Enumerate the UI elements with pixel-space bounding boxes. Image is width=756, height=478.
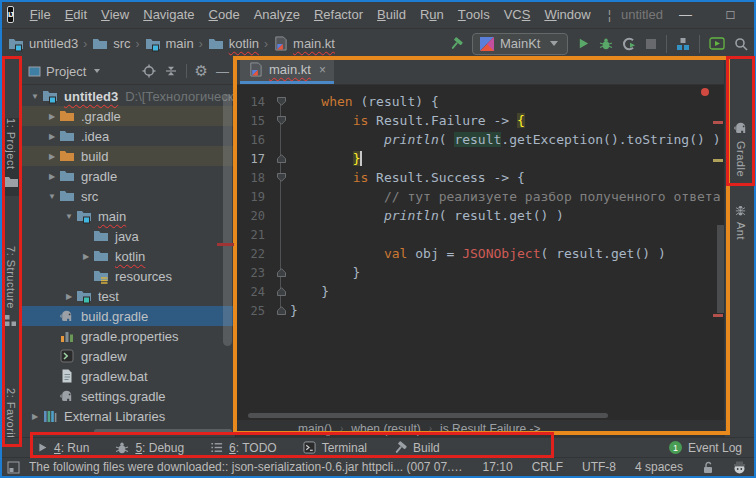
hscroll-thumb[interactable] [248, 413, 608, 418]
editor-vscrollbar[interactable] [717, 225, 724, 313]
tree-item-gradlew[interactable]: gradlew [22, 346, 235, 366]
tool-button--todo[interactable]: 6: TODO [210, 441, 277, 455]
debug-button[interactable] [599, 37, 613, 51]
status-item[interactable]: 4 spaces [635, 460, 683, 474]
expanded-arrow-icon[interactable]: ▼ [62, 212, 76, 221]
breadcrumb-untitled3[interactable]: untitled3 [8, 36, 78, 52]
menu-refactor[interactable]: Refactor [307, 0, 370, 28]
code-line-20[interactable]: 20 println( result.get() ) [236, 206, 724, 225]
search-button[interactable] [734, 37, 748, 51]
breadcrumb-main.kt[interactable]: main.kt [273, 36, 335, 51]
project-view-title[interactable]: Project [46, 64, 86, 79]
tree-item-src[interactable]: ▼src [22, 186, 235, 206]
status-item[interactable]: UTF-8 [582, 460, 616, 474]
error-stripe-mark[interactable] [713, 314, 723, 317]
fold-marker-icon[interactable] [277, 265, 286, 280]
code-line-24[interactable]: 24 } [236, 282, 724, 301]
minimize-button[interactable]: — [663, 0, 708, 28]
tree-item-gradle[interactable]: ▶gradle [22, 166, 235, 186]
tree-item-External Libraries[interactable]: ▶External Libraries [22, 406, 235, 426]
code-line-22[interactable]: 22 val obj = JSONObject( result.get() ) [236, 244, 724, 263]
menu-navigate[interactable]: Navigate [136, 0, 201, 28]
tool-button-ant[interactable]: Ant [725, 204, 756, 256]
menu-run[interactable]: Run [413, 0, 451, 28]
breadcrumb-main[interactable]: main [145, 36, 194, 52]
minus-button[interactable]: — [216, 65, 229, 78]
editor-crumb[interactable]: is Result.Failure -> [440, 422, 540, 436]
menu-code[interactable]: Code [202, 0, 247, 28]
tree-item-kotlin[interactable]: ▶kotlin [22, 246, 235, 266]
collapsed-arrow-icon[interactable]: ▶ [45, 172, 59, 181]
menu-window[interactable]: Window [537, 0, 597, 28]
run-button[interactable] [577, 37, 590, 50]
fold-marker-icon[interactable] [277, 303, 286, 318]
tree-item-.idea[interactable]: ▶.idea [22, 126, 235, 146]
pstruct-button[interactable] [676, 37, 690, 51]
hammer-green-button[interactable] [449, 37, 463, 51]
tree-item-untitled3[interactable]: ▼untitled3D:\[Технологический [22, 86, 235, 106]
stop-button[interactable] [645, 38, 657, 50]
event-log-button[interactable]: 1 Event Log [669, 441, 742, 455]
breadcrumb-kotlin[interactable]: kotlin [208, 36, 259, 52]
project-hscrollbar[interactable] [94, 429, 232, 434]
tool-button-build[interactable]: Build [393, 441, 440, 455]
locate-button[interactable] [142, 64, 156, 78]
lock-icon[interactable] [702, 461, 714, 474]
tool-button--run[interactable]: 4: Run [37, 441, 89, 455]
code-line-19[interactable]: 19 // тут реализуете разбор полученного … [236, 187, 724, 206]
collapsed-arrow-icon[interactable]: ▶ [45, 112, 59, 121]
menu-vcs[interactable]: VCS [497, 0, 538, 28]
tool-button--structure[interactable]: 7: Structure [0, 246, 21, 338]
tool-button-gradle[interactable]: Gradle [725, 120, 756, 196]
fold-marker-icon[interactable] [277, 94, 286, 109]
tree-item-gradle.properties[interactable]: gradle.properties [22, 326, 235, 346]
code-line-21[interactable]: 21 [236, 225, 724, 244]
editor-hscrollbar[interactable] [236, 411, 724, 420]
collapsed-arrow-icon[interactable]: ▶ [28, 412, 42, 421]
code-line-16[interactable]: 16 println( result.getException().toStri… [236, 130, 724, 149]
status-item[interactable]: CRLF [532, 460, 563, 474]
menu-build[interactable]: Build [370, 0, 413, 28]
tool-button-terminal[interactable]: Terminal [303, 441, 367, 455]
expanded-arrow-icon[interactable]: ▼ [45, 192, 59, 201]
tree-item-test[interactable]: ▶test [22, 286, 235, 306]
editor-crumb[interactable]: main() [298, 422, 332, 436]
tool-button--debug[interactable]: 5: Debug [115, 441, 184, 455]
menu-view[interactable]: View [94, 0, 136, 28]
menu-edit[interactable]: Edit [58, 0, 94, 28]
editor-crumb[interactable]: when (result) [351, 422, 420, 436]
close-icon[interactable]: × [319, 63, 326, 77]
code-line-15[interactable]: 15 is Result.Failure -> { [236, 111, 724, 130]
status-message[interactable]: The following files were downloaded:: js… [29, 460, 467, 474]
tool-button--project[interactable]: 1: Project [0, 118, 21, 196]
expanded-arrow-icon[interactable]: ▼ [28, 92, 42, 101]
collapsed-arrow-icon[interactable]: ▶ [79, 252, 93, 261]
code-line-18[interactable]: 18 is Result.Success -> { [236, 168, 724, 187]
tree-item-settings.gradle[interactable]: settings.gradle [22, 386, 235, 406]
tree-item-build[interactable]: ▶build [22, 146, 235, 166]
code-line-25[interactable]: 25} [236, 301, 724, 320]
tree-item-java[interactable]: java [22, 226, 235, 246]
fold-marker-icon[interactable] [277, 113, 286, 128]
code-area[interactable]: 14 when (result) {15 is Result.Failure -… [236, 85, 724, 411]
code-line-17[interactable]: 17 } [236, 149, 724, 168]
collapsed-arrow-icon[interactable]: ▶ [45, 132, 59, 141]
collapsed-arrow-icon[interactable]: ▶ [62, 292, 76, 301]
menu-analyze[interactable]: Analyze [247, 0, 307, 28]
coverage-button[interactable] [622, 37, 636, 51]
menu-tools[interactable]: Tools [451, 0, 497, 28]
tree-item-resources[interactable]: resources [22, 266, 235, 286]
tree-item-.gradle[interactable]: ▶.gradle [22, 106, 235, 126]
tree-item-main[interactable]: ▼main [22, 206, 235, 226]
menu-file[interactable]: File [23, 0, 58, 28]
tree-item-gradlew.bat[interactable]: gradlew.bat [22, 366, 235, 386]
code-line-14[interactable]: 14 when (result) { [236, 92, 724, 111]
tool-window-switcher-icon[interactable] [7, 461, 20, 474]
fold-marker-icon[interactable] [277, 284, 286, 299]
fold-marker-icon[interactable] [277, 151, 286, 166]
run-config-select[interactable]: MainKt [472, 33, 568, 55]
tab-main-kt[interactable]: main.kt× [240, 58, 334, 84]
project-vscrollbar[interactable] [223, 94, 232, 346]
hector-icon[interactable] [733, 461, 746, 474]
code-line-23[interactable]: 23 } [236, 263, 724, 282]
